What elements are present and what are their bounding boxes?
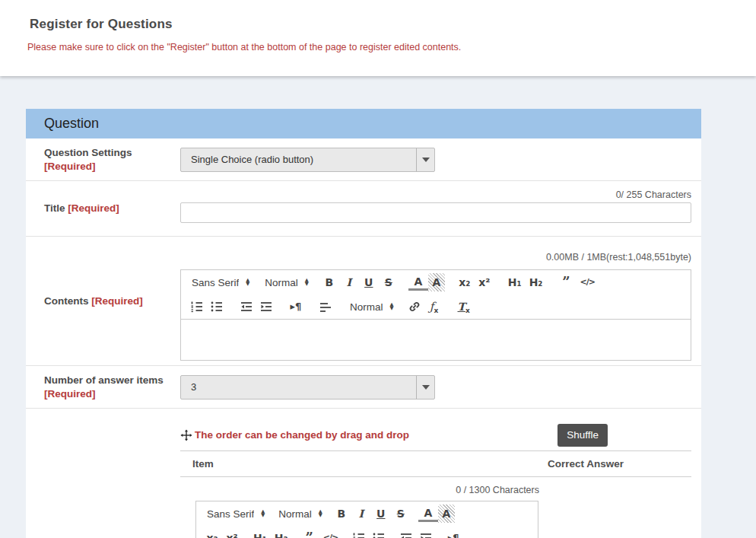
num-items-label: Number of answer items [Required] xyxy=(26,366,180,408)
ordered-list-icon[interactable] xyxy=(349,529,369,538)
contents-required-badge: [Required] xyxy=(91,295,143,307)
page-header: Register for Questions Please make sure … xyxy=(0,0,756,76)
question-settings-select[interactable]: Single Choice (radio button) xyxy=(180,148,435,172)
outdent-icon[interactable] xyxy=(237,298,256,316)
superscript-button[interactable]: x² xyxy=(222,529,242,538)
question-settings-required-badge: [Required] xyxy=(44,160,173,173)
contents-editor: Sans Serif Normal B I U S A A xyxy=(180,269,691,361)
row-number-of-answer-items: Number of answer items [Required] 3 xyxy=(26,366,701,409)
num-items-select[interactable]: 3 xyxy=(180,375,435,400)
num-items-select-value: 3 xyxy=(191,381,196,393)
contents-editor-body[interactable] xyxy=(180,320,691,361)
code-block-button[interactable]: </> xyxy=(319,529,341,538)
ordered-list-icon[interactable] xyxy=(187,298,207,316)
column-header-item: Item xyxy=(180,458,214,470)
blockquote-button[interactable]: ” xyxy=(557,273,577,291)
page-title: Register for Questions xyxy=(30,17,741,32)
text-direction-button[interactable]: ▸¶ xyxy=(443,529,463,538)
superscript-button[interactable]: x² xyxy=(475,273,494,291)
drag-note-text: The order can be changed by drag and dro… xyxy=(195,429,409,441)
shuffle-button[interactable]: Shuffle xyxy=(557,424,608,447)
title-label-text: Title xyxy=(44,202,65,214)
formula-button[interactable]: ƒx xyxy=(424,298,444,316)
section-title: Question xyxy=(44,116,99,132)
section-header-question: Question xyxy=(26,109,701,138)
highlight-color-button[interactable]: A xyxy=(428,273,445,291)
chevron-down-icon xyxy=(416,148,434,171)
updown-arrows-icon xyxy=(390,303,394,310)
header1-button[interactable]: H₁ xyxy=(504,273,526,291)
header2-button[interactable]: H₂ xyxy=(526,273,547,291)
bullet-list-icon[interactable] xyxy=(369,529,389,538)
title-label: Title [Required] xyxy=(26,181,180,236)
underline-button[interactable]: U xyxy=(359,273,379,291)
answer-item-editor: Sans Serif Normal B I U S A A xyxy=(195,501,538,538)
bold-button[interactable]: B xyxy=(319,273,339,291)
strikethrough-button[interactable]: S xyxy=(391,505,411,523)
num-items-label-text: Number of answer items xyxy=(44,374,164,386)
indent-icon[interactable] xyxy=(416,529,436,538)
updown-arrows-icon xyxy=(246,279,249,286)
column-header-correct-answer: Correct Answer xyxy=(548,458,624,470)
italic-button[interactable]: I xyxy=(339,273,359,291)
text-direction-button[interactable]: ▸¶ xyxy=(286,298,306,316)
outdent-icon[interactable] xyxy=(396,529,416,538)
text-color-button[interactable]: A xyxy=(418,506,438,522)
chevron-down-icon xyxy=(416,376,434,399)
contents-size-counter: 0.00MB / 1MB(rest:1,048,551byte) xyxy=(180,252,691,263)
subscript-button[interactable]: x₂ xyxy=(455,273,475,291)
font-select[interactable]: Sans Serif xyxy=(207,508,265,520)
title-required-badge: [Required] xyxy=(68,202,119,214)
row-contents: Contents [Required] 0.00MB / 1MB(rest:1,… xyxy=(26,237,701,366)
code-block-button[interactable]: </> xyxy=(577,273,599,291)
question-settings-select-value: Single Choice (radio button) xyxy=(191,154,313,165)
question-form-card: Question Question Settings [Required] Si… xyxy=(26,109,701,538)
num-items-required-badge: [Required] xyxy=(44,388,96,400)
size-select[interactable]: Normal xyxy=(278,508,322,520)
text-color-button[interactable]: A xyxy=(408,275,428,291)
title-char-counter: 0/ 255 Characters xyxy=(180,189,691,200)
answer-table-header: Item Correct Answer xyxy=(180,450,691,477)
clear-formatting-button[interactable]: Tx xyxy=(454,298,474,316)
drag-note-row: The order can be changed by drag and dro… xyxy=(180,423,691,447)
bullet-list-icon[interactable] xyxy=(207,298,227,316)
blockquote-button[interactable]: ” xyxy=(300,529,319,538)
header2-button[interactable]: H₂ xyxy=(271,529,292,538)
size-select[interactable]: Normal xyxy=(350,301,394,313)
contents-label: Contents [Required] xyxy=(26,237,180,365)
row-question-settings: Question Settings [Required] Single Choi… xyxy=(26,138,701,181)
move-icon xyxy=(180,426,192,444)
answer-item-editor-toolbar: Sans Serif Normal B I U S A A xyxy=(195,501,538,538)
font-select[interactable]: Sans Serif xyxy=(192,277,249,288)
row-title: Title [Required] 0/ 255 Characters xyxy=(26,181,701,237)
contents-label-text: Contents xyxy=(44,295,89,307)
item-char-counter: 0 / 1300 Characters xyxy=(180,485,539,495)
header1-button[interactable]: H₁ xyxy=(249,529,271,538)
bold-button[interactable]: B xyxy=(332,505,351,523)
updown-arrows-icon xyxy=(261,510,265,517)
highlight-color-button[interactable]: A xyxy=(438,505,455,523)
strikethrough-button[interactable]: S xyxy=(379,273,399,291)
updown-arrows-icon xyxy=(319,510,322,517)
align-icon[interactable] xyxy=(316,298,335,316)
question-settings-label-text: Question Settings xyxy=(44,146,173,160)
contents-editor-toolbar: Sans Serif Normal B I U S A A xyxy=(180,269,691,320)
heading-select[interactable]: Normal xyxy=(265,277,309,288)
title-input[interactable] xyxy=(180,202,691,223)
row-answer-items: The order can be changed by drag and dro… xyxy=(26,409,701,538)
italic-button[interactable]: I xyxy=(351,505,371,523)
underline-button[interactable]: U xyxy=(371,505,391,523)
updown-arrows-icon xyxy=(305,279,309,286)
subscript-button[interactable]: x₂ xyxy=(202,529,222,538)
page-note: Please make sure to click on the "Regist… xyxy=(27,42,741,53)
indent-icon[interactable] xyxy=(256,298,276,316)
question-settings-label: Question Settings [Required] xyxy=(26,138,180,180)
link-icon[interactable] xyxy=(405,298,424,316)
